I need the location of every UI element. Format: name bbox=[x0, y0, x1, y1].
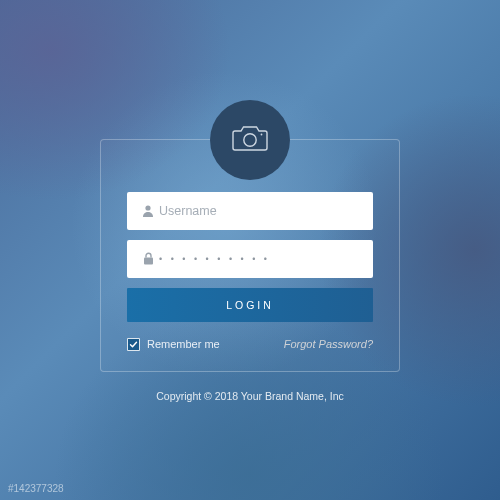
remember-checkbox[interactable] bbox=[127, 338, 140, 351]
password-input[interactable]: • • • • • • • • • • bbox=[159, 254, 363, 264]
username-input[interactable] bbox=[159, 204, 363, 218]
svg-point-2 bbox=[145, 205, 150, 210]
svg-rect-3 bbox=[144, 258, 153, 265]
username-field-wrap bbox=[127, 192, 373, 230]
lock-icon bbox=[137, 252, 159, 265]
svg-point-0 bbox=[244, 133, 256, 145]
forgot-password-link[interactable]: Forgot Password? bbox=[284, 338, 373, 350]
password-field-wrap: • • • • • • • • • • bbox=[127, 240, 373, 278]
user-icon bbox=[137, 204, 159, 217]
avatar-circle bbox=[210, 100, 290, 180]
remember-label: Remember me bbox=[147, 338, 220, 350]
remember-me[interactable]: Remember me bbox=[127, 338, 220, 351]
login-form: • • • • • • • • • • LOGIN Remember me Fo… bbox=[127, 192, 373, 351]
svg-point-1 bbox=[261, 133, 263, 135]
login-button[interactable]: LOGIN bbox=[127, 288, 373, 322]
camera-icon bbox=[231, 123, 269, 157]
copyright-text: Copyright © 2018 Your Brand Name, Inc bbox=[156, 390, 344, 402]
login-panel: • • • • • • • • • • LOGIN Remember me Fo… bbox=[100, 139, 400, 372]
options-row: Remember me Forgot Password? bbox=[127, 338, 373, 351]
watermark-id: #142377328 bbox=[8, 483, 64, 494]
